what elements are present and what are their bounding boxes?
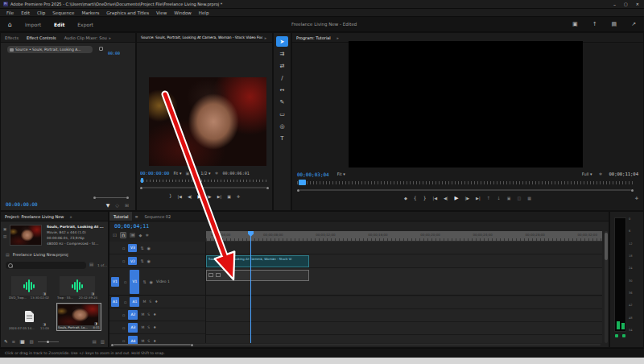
bin-row[interactable]: ▤ Freelance Living New.prproj bbox=[6, 252, 68, 257]
lift-icon[interactable]: ↑ bbox=[487, 196, 491, 201]
project-item-audio-1[interactable]: ◨ DVD_Trap... 13:30:02:02 bbox=[9, 276, 49, 300]
track-target-a1[interactable]: A1 bbox=[130, 297, 139, 307]
menu-markers[interactable]: Markers bbox=[78, 10, 102, 15]
source-patch-v1[interactable]: V1 bbox=[111, 277, 119, 287]
extract-icon[interactable]: ↓ bbox=[497, 196, 501, 201]
pen-tool[interactable]: ✎ bbox=[276, 97, 288, 107]
slip-tool[interactable]: ↔ bbox=[276, 85, 288, 95]
menu-help[interactable]: Help bbox=[196, 10, 213, 15]
track-target-v3[interactable]: V3 bbox=[128, 244, 137, 252]
eye-icon[interactable]: ◉ bbox=[147, 246, 151, 250]
solo-button[interactable]: S bbox=[147, 339, 150, 343]
track-target-v1[interactable]: V1 bbox=[130, 270, 139, 294]
maximize-button[interactable]: ▢ bbox=[620, 2, 632, 6]
nav-import[interactable]: Import bbox=[19, 22, 47, 27]
rectangle-tool[interactable]: ▭ bbox=[276, 109, 288, 119]
project-item-video-selected[interactable]: ◨ Souls, Portrait, Lo... 8:01 bbox=[57, 304, 101, 330]
selection-tool[interactable]: ➤ bbox=[276, 36, 288, 47]
menu-view[interactable]: View bbox=[153, 10, 170, 15]
menu-clip[interactable]: Clip bbox=[34, 10, 48, 15]
tab-project[interactable]: Project: Freelance Living New bbox=[1, 212, 68, 221]
audio-track-a2[interactable] bbox=[206, 309, 602, 322]
comparison-view-icon[interactable]: ◫ bbox=[518, 196, 522, 201]
drag-video-only-icon[interactable]: ▣ bbox=[185, 172, 189, 176]
lock-icon[interactable]: ▫ bbox=[122, 246, 125, 250]
add-marker-icon[interactable]: ◆ bbox=[404, 196, 407, 201]
go-to-in-icon[interactable]: |◀ bbox=[432, 196, 437, 201]
thumbnail-zoom-slider[interactable] bbox=[38, 341, 59, 343]
nav-export[interactable]: Export bbox=[71, 22, 100, 27]
nest-toggle-icon[interactable]: ⊡ bbox=[113, 233, 117, 238]
tab-effects[interactable]: Effects bbox=[1, 33, 23, 43]
timeline-settings-wrench-icon[interactable]: ∗ bbox=[145, 233, 149, 238]
program-mini-ruler[interactable] bbox=[297, 181, 634, 184]
quick-export-icon[interactable]: ↑ bbox=[585, 21, 605, 27]
linked-selection-icon[interactable]: ∞ bbox=[130, 233, 135, 238]
add-marker-icon[interactable]: ◆ bbox=[138, 234, 142, 238]
keyframe-icon[interactable]: ◇ bbox=[115, 203, 119, 208]
project-item-audio-2[interactable]: ◨ Trap - 55... 20:42:39:24 bbox=[57, 276, 97, 300]
voiceover-mic-icon[interactable]: ♦ bbox=[153, 325, 156, 329]
search-box[interactable] bbox=[6, 262, 86, 269]
voiceover-mic-icon[interactable]: ♦ bbox=[153, 339, 156, 343]
tab-effect-controls[interactable]: Effect Controls bbox=[23, 33, 60, 43]
mute-button[interactable]: M bbox=[141, 325, 144, 329]
filter-properties-icon[interactable]: ▼ bbox=[106, 203, 110, 208]
source-resolution-dropdown[interactable]: 1/2 ▾ bbox=[200, 171, 210, 176]
track-target-a2[interactable]: A2 bbox=[128, 310, 138, 320]
source-patch-a1[interactable]: A1 bbox=[111, 297, 119, 307]
project-item-document[interactable]: ◨ 2024-07-05 14... 11:03 bbox=[9, 307, 49, 330]
track-select-forward-tool[interactable]: ⇉ bbox=[276, 48, 288, 59]
source-video-frame[interactable] bbox=[149, 77, 266, 166]
video-track-v3[interactable] bbox=[206, 242, 602, 254]
voiceover-mic-icon[interactable]: ♦ bbox=[153, 312, 156, 316]
mute-button[interactable]: M bbox=[141, 339, 144, 343]
solo-button[interactable]: S bbox=[147, 325, 150, 329]
lock-icon[interactable]: ▫ bbox=[122, 325, 125, 330]
timeline-timecode[interactable]: 00;00;04;11 bbox=[114, 223, 149, 230]
lock-icon[interactable]: ▫ bbox=[122, 312, 125, 317]
type-tool[interactable]: T bbox=[276, 133, 288, 143]
mark-in-icon[interactable]: { bbox=[414, 196, 417, 201]
step-back-icon[interactable]: ◀| bbox=[188, 195, 192, 199]
export-frame-icon[interactable]: ▣ bbox=[507, 196, 511, 201]
tab-overflow-icon[interactable]: » bbox=[107, 33, 113, 43]
timeline-v-scrollbar[interactable] bbox=[605, 231, 608, 343]
play-icon[interactable]: ▶ bbox=[197, 194, 201, 199]
effect-controls-zoom-slider[interactable] bbox=[93, 196, 129, 199]
step-back-icon[interactable]: ◀| bbox=[444, 196, 448, 201]
source-timecode[interactable]: 00:00:00:00 bbox=[140, 171, 169, 176]
audio-track-a3[interactable] bbox=[206, 322, 602, 335]
program-timecode[interactable]: 00;00;03;04 bbox=[297, 172, 329, 177]
menu-window[interactable]: Window bbox=[171, 10, 195, 15]
lock-icon[interactable]: ▫ bbox=[124, 279, 126, 284]
sort-icon[interactable]: ▤ bbox=[93, 340, 97, 345]
ripple-edit-tool[interactable]: ⇄ bbox=[276, 60, 288, 71]
hand-tool[interactable]: ◎ bbox=[276, 121, 288, 131]
tab-sequence-tutorial[interactable]: Tutorial bbox=[109, 212, 132, 221]
edit-pencil-icon[interactable]: ✎ bbox=[4, 340, 8, 345]
audio-track-a4[interactable] bbox=[206, 335, 602, 343]
close-button[interactable]: ✕ bbox=[632, 2, 644, 6]
go-to-out-icon[interactable]: ▶| bbox=[217, 195, 222, 199]
program-video-frame[interactable] bbox=[349, 41, 583, 168]
program-settings-wrench-icon[interactable]: ∗ bbox=[599, 172, 603, 176]
sync-lock-icon[interactable]: ⇅ bbox=[142, 279, 146, 284]
program-scrollbar[interactable] bbox=[297, 188, 634, 192]
menu-file[interactable]: File bbox=[3, 10, 17, 15]
workspaces-icon[interactable]: ▤ bbox=[605, 21, 625, 27]
play-icon[interactable]: ▶ bbox=[455, 196, 459, 201]
step-forward-icon[interactable]: |▶ bbox=[207, 195, 212, 199]
project-tab-overflow-icon[interactable]: » bbox=[68, 212, 73, 221]
search-filter-icon[interactable]: ▤ bbox=[89, 263, 93, 267]
eye-icon[interactable]: ◉ bbox=[147, 259, 151, 263]
list-view-icon[interactable]: ≡ bbox=[12, 340, 16, 345]
timeline-clip[interactable]: Souls, Portrait, Looking At Camera, Woma… bbox=[206, 255, 309, 267]
solo-button[interactable]: S bbox=[147, 312, 150, 316]
voiceover-mic-icon[interactable]: ♦ bbox=[155, 300, 158, 304]
new-bin-icon[interactable]: ▥ bbox=[101, 340, 105, 345]
sync-lock-icon[interactable]: ⇅ bbox=[140, 246, 143, 250]
icon-view-icon[interactable]: ▦ bbox=[19, 340, 25, 345]
button-editor-icon[interactable]: ✚ bbox=[237, 195, 240, 199]
source-settings-wrench-icon[interactable]: ∗ bbox=[215, 171, 219, 176]
